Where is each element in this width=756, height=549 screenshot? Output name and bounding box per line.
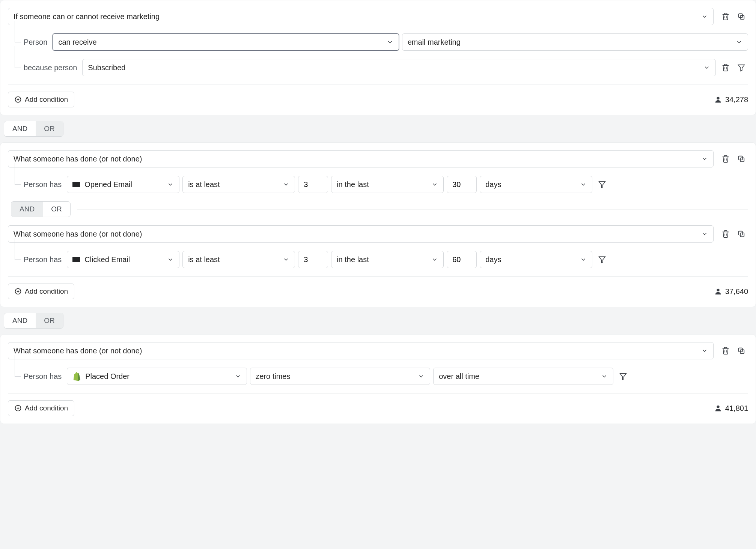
filter-icon [598, 180, 606, 189]
select-value: zero times [256, 372, 290, 381]
delete-group-button[interactable] [719, 227, 732, 241]
duration-input-field[interactable] [452, 255, 471, 264]
reason-select[interactable]: Subscribed [82, 59, 716, 76]
add-condition-button[interactable]: Add condition [8, 92, 74, 107]
duration-input[interactable] [447, 251, 477, 268]
chevron-down-icon [235, 373, 241, 380]
svg-marker-2 [738, 65, 745, 71]
and-option[interactable]: AND [4, 313, 36, 328]
and-option[interactable]: AND [4, 121, 36, 136]
metric-select[interactable]: Opened Email [67, 176, 179, 193]
and-or-toggle[interactable]: AND OR [4, 121, 63, 137]
match-count: 37,640 [714, 287, 748, 296]
shopify-icon [72, 372, 81, 381]
select-value: is at least [188, 180, 220, 189]
timeframe-select[interactable]: over all time [433, 368, 613, 385]
filter-row-button[interactable] [595, 253, 609, 266]
filter-icon [619, 372, 627, 380]
delete-row-button[interactable] [719, 61, 732, 74]
add-condition-button[interactable]: Add condition [8, 400, 74, 416]
row-prefix-label: Person has [24, 180, 62, 189]
chevron-down-icon [701, 155, 708, 162]
comparator-select[interactable]: is at least [182, 176, 295, 193]
duration-input-field[interactable] [452, 180, 471, 189]
branch-line [12, 176, 21, 193]
trash-icon [721, 155, 730, 163]
chevron-down-icon [387, 39, 393, 45]
count-input-field[interactable] [304, 180, 322, 189]
select-value: Placed Order [85, 372, 130, 381]
group-header-row: What someone has done (or not done) [8, 150, 748, 167]
filter-row-button[interactable] [616, 370, 630, 383]
duplicate-group-button[interactable] [735, 227, 748, 241]
or-option[interactable]: OR [43, 202, 70, 217]
delete-group-button[interactable] [719, 152, 732, 166]
condition-group-2: What someone has done (or not done) Pers… [0, 142, 756, 307]
sub-condition-row: Person has Placed Order zero times over … [8, 368, 748, 385]
svg-marker-19 [620, 374, 626, 380]
match-count-value: 34,278 [725, 95, 748, 104]
timeframe-select[interactable]: in the last [331, 251, 444, 268]
trash-icon [721, 63, 730, 72]
sub-condition-row: Person can receive email marketing [8, 33, 748, 51]
condition-type-select[interactable]: What someone has done (or not done) [8, 150, 714, 167]
or-option[interactable]: OR [36, 313, 63, 328]
and-option[interactable]: AND [11, 202, 43, 217]
add-condition-label: Add condition [25, 287, 68, 296]
or-option[interactable]: OR [36, 121, 63, 136]
duration-input[interactable] [447, 176, 477, 193]
condition-type-select[interactable]: What someone has done (or not done) [8, 225, 714, 243]
inner-logic-row: AND OR [8, 201, 748, 217]
trash-icon [721, 347, 730, 355]
frequency-select[interactable]: zero times [250, 368, 430, 385]
marketing-channel-select[interactable]: email marketing [402, 33, 748, 51]
select-value: can receive [58, 38, 96, 47]
branch-line [12, 368, 21, 385]
klaviyo-icon [72, 257, 80, 262]
inner-and-or-toggle[interactable]: AND OR [11, 201, 71, 217]
duplicate-group-button[interactable] [735, 152, 748, 166]
row-prefix-label: Person [24, 38, 47, 47]
unit-select[interactable]: days [480, 251, 592, 268]
match-count-value: 41,801 [725, 404, 748, 413]
metric-select[interactable]: Placed Order [67, 368, 247, 385]
delete-group-button[interactable] [719, 344, 732, 357]
chevron-down-icon [167, 256, 174, 263]
select-value: Clicked Email [84, 255, 130, 264]
group-header-row: What someone has done (or not done) [8, 342, 748, 359]
klaviyo-icon [72, 182, 80, 187]
chevron-down-icon [283, 256, 289, 263]
filter-row-button[interactable] [595, 178, 609, 191]
add-condition-label: Add condition [25, 404, 68, 412]
condition-type-select[interactable]: If someone can or cannot receive marketi… [8, 8, 714, 25]
timeframe-select[interactable]: in the last [331, 176, 444, 193]
count-input[interactable] [298, 251, 328, 268]
person-icon [714, 404, 722, 412]
condition-type-label: What someone has done (or not done) [14, 347, 142, 355]
metric-select[interactable]: Clicked Email [67, 251, 179, 268]
and-or-toggle[interactable]: AND OR [4, 313, 63, 329]
count-input[interactable] [298, 176, 328, 193]
condition-type-label: What someone has done (or not done) [14, 230, 142, 238]
plus-circle-icon [14, 288, 22, 295]
row-prefix-label: because person [24, 63, 77, 72]
duplicate-group-button[interactable] [735, 344, 748, 357]
can-receive-select[interactable]: can receive [53, 33, 399, 51]
select-value: Subscribed [88, 63, 125, 72]
add-condition-button[interactable]: Add condition [8, 284, 74, 299]
count-input-field[interactable] [304, 255, 322, 264]
condition-type-select[interactable]: What someone has done (or not done) [8, 342, 714, 359]
outer-logic-row: AND OR [0, 313, 756, 329]
branch-line [12, 59, 21, 76]
filter-icon [598, 255, 606, 264]
chevron-down-icon [701, 347, 708, 354]
chevron-down-icon [703, 64, 710, 71]
comparator-select[interactable]: is at least [182, 251, 295, 268]
svg-point-6 [717, 97, 719, 100]
filter-row-button[interactable] [735, 61, 748, 74]
unit-select[interactable]: days [480, 176, 592, 193]
duplicate-group-button[interactable] [735, 10, 748, 23]
chevron-down-icon [431, 181, 438, 188]
sub-condition-row: because person Subscribed [8, 59, 748, 76]
delete-group-button[interactable] [719, 10, 732, 23]
